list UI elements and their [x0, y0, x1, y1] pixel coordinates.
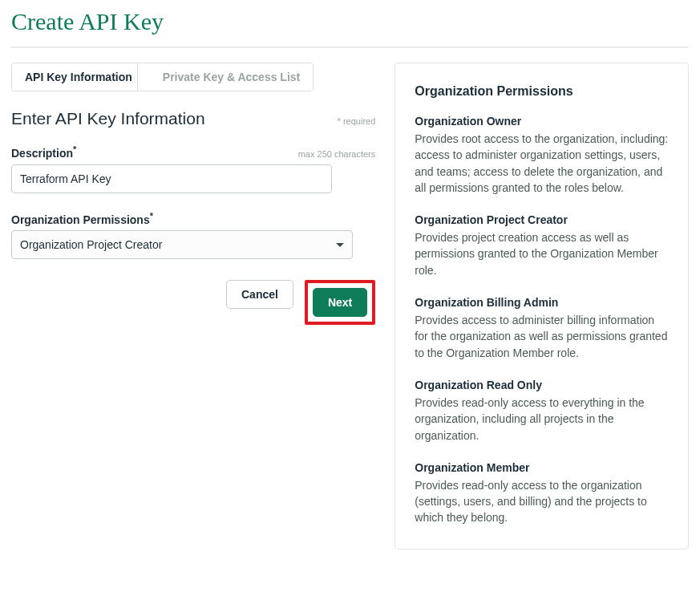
tab-private-key-access-list[interactable]: Private Key & Access List	[145, 63, 313, 91]
required-hint: * required	[338, 116, 376, 126]
perm-title: Organization Project Creator	[415, 213, 669, 226]
perm-title: Organization Owner	[415, 115, 669, 128]
perm-desc: Provides read-only access to everything …	[415, 395, 669, 444]
org-permissions-select[interactable]: Organization Project Creator	[11, 230, 353, 259]
divider	[11, 47, 689, 48]
chevron-down-icon	[336, 243, 344, 247]
perm-title: Organization Billing Admin	[415, 296, 669, 309]
description-char-hint: max 250 characters	[298, 149, 376, 159]
perm-desc: Provides root access to the organization…	[415, 131, 669, 196]
perm-desc: Provides read-only access to the organiz…	[415, 477, 669, 526]
next-button[interactable]: Next	[313, 288, 367, 317]
perm-item: Organization Read Only Provides read-onl…	[415, 379, 669, 444]
perm-title: Organization Read Only	[415, 379, 669, 391]
perm-item: Organization Project Creator Provides pr…	[415, 213, 669, 278]
perm-desc: Provides project creation access as well…	[415, 229, 669, 278]
step-tabs: API Key Information Private Key & Access…	[11, 63, 314, 91]
permissions-panel: Organization Permissions Organization Ow…	[395, 63, 689, 549]
cancel-button[interactable]: Cancel	[226, 280, 293, 309]
org-permissions-selected: Organization Project Creator	[20, 238, 162, 251]
perm-title: Organization Member	[415, 461, 669, 474]
next-button-highlight: Next	[305, 280, 375, 325]
org-permissions-label: Organization Permissions*	[11, 211, 153, 226]
permissions-panel-title: Organization Permissions	[415, 84, 669, 99]
perm-item: Organization Owner Provides root access …	[415, 115, 669, 196]
description-label: Description*	[11, 144, 76, 160]
page-title: Create API Key	[11, 8, 689, 35]
description-input[interactable]	[11, 164, 332, 193]
section-title: Enter API Key Information	[11, 109, 205, 128]
perm-item: Organization Billing Admin Provides acce…	[415, 296, 669, 361]
perm-item: Organization Member Provides read-only a…	[415, 461, 669, 526]
perm-desc: Provides access to administer billing in…	[415, 312, 669, 361]
tab-api-key-information[interactable]: API Key Information	[12, 63, 145, 91]
